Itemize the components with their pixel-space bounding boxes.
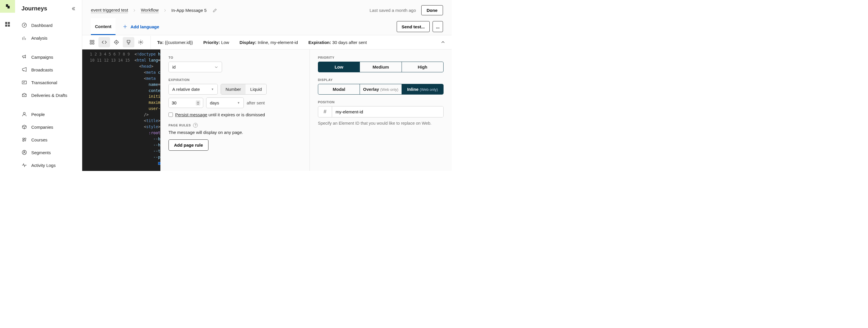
sidebar-item-analysis[interactable]: Analysis xyxy=(15,32,82,44)
expiration-type-number[interactable]: Number xyxy=(221,84,246,94)
svg-rect-12 xyxy=(93,43,94,44)
chevron-right-icon xyxy=(163,9,167,12)
sidebar-item-transactional[interactable]: Transactional xyxy=(15,76,82,89)
priority-option-medium[interactable]: Medium xyxy=(360,62,402,72)
sidebar-item-campaigns[interactable]: Campaigns xyxy=(15,51,82,63)
svg-point-15 xyxy=(140,42,142,43)
expiration-type-liquid[interactable]: Liquid xyxy=(246,84,267,94)
svg-rect-10 xyxy=(93,40,94,42)
settings-tool-button[interactable] xyxy=(135,37,147,47)
sidebar-item-broadcasts[interactable]: Broadcasts xyxy=(15,63,82,76)
sidebar-item-label: Campaigns xyxy=(31,55,53,60)
expiration-number-input[interactable]: ▲▼ xyxy=(168,98,203,108)
sidebar-item-label: People xyxy=(31,112,45,117)
svg-rect-9 xyxy=(90,40,92,42)
svg-rect-11 xyxy=(90,43,92,44)
summary-to-value: {{customer.id}} xyxy=(165,40,193,45)
summary-expiration-label: Expiration: xyxy=(308,40,331,45)
collapse-sidebar-icon[interactable] xyxy=(71,6,76,11)
priority-option-high[interactable]: High xyxy=(402,62,443,72)
sidebar-item-segments[interactable]: Segments xyxy=(15,146,82,159)
position-hint: Specify an Element ID that you would lik… xyxy=(318,121,443,126)
expiration-mode-select[interactable]: A relative date ▼ xyxy=(168,84,218,95)
summary-expiration-value: 30 days after sent xyxy=(332,40,367,45)
more-actions-button[interactable]: ... xyxy=(433,21,443,32)
to-select[interactable]: id xyxy=(168,62,222,72)
expiration-field-label: EXPIRATION xyxy=(168,78,301,81)
display-label: DISPLAY xyxy=(318,78,443,81)
svg-point-3 xyxy=(24,112,26,114)
help-icon[interactable]: ? xyxy=(193,123,198,128)
priority-segment: Low Medium High xyxy=(318,62,443,72)
sidebar-item-label: Deliveries & Drafts xyxy=(31,93,67,98)
sidebar-item-deliveries[interactable]: Deliveries & Drafts xyxy=(15,89,82,101)
position-input-group: # xyxy=(318,106,443,118)
plus-icon xyxy=(122,24,128,29)
svg-point-4 xyxy=(23,138,24,139)
send-test-button[interactable]: Send test... xyxy=(397,21,430,32)
sidebar-item-label: Dashboard xyxy=(31,23,53,28)
code-tool-button[interactable] xyxy=(98,37,110,47)
target-tool-button[interactable] xyxy=(111,37,122,47)
chevron-down-icon xyxy=(214,65,218,69)
expiration-type-segment: Number Liquid xyxy=(221,84,267,95)
priority-option-low[interactable]: Low xyxy=(318,62,360,72)
to-select-value: id xyxy=(172,65,176,69)
expiration-mode-value: A relative date xyxy=(172,87,200,92)
number-stepper[interactable]: ▲▼ xyxy=(196,101,200,105)
display-option-modal[interactable]: Modal xyxy=(318,84,360,94)
chevron-right-icon xyxy=(133,9,136,12)
add-language-button[interactable]: Add language xyxy=(116,24,159,29)
summary-display-value: Inline, my-element-id xyxy=(258,40,298,45)
brand-logo[interactable] xyxy=(0,0,15,13)
page-rules-text: The message will display on any page. xyxy=(168,130,301,135)
tab-content[interactable]: Content xyxy=(91,18,116,35)
sidebar-item-people[interactable]: People xyxy=(15,108,82,121)
style-tool-button[interactable] xyxy=(123,37,134,47)
last-saved-text: Last saved a month ago xyxy=(369,8,416,13)
breadcrumb-link[interactable]: event triggered test xyxy=(91,7,128,13)
display-segment: Modal Overlay (Web only) Inline (Web onl… xyxy=(318,84,443,95)
chevron-up-icon xyxy=(441,40,445,44)
done-button[interactable]: Done xyxy=(421,5,443,15)
editor-toolbar-row: To: {{customer.id}} Priority: Low Displa… xyxy=(82,35,452,50)
code-gutter: 1 2 3 4 5 6 7 8 9 10 11 12 13 14 15 xyxy=(82,50,133,171)
tab-row: Content Add language Send test... ... xyxy=(82,18,452,35)
expiration-unit-select[interactable]: days ▼ xyxy=(206,97,244,108)
sidebar-item-companies[interactable]: Companies xyxy=(15,121,82,133)
breadcrumb: event triggered test Workflow In-App Mes… xyxy=(91,7,217,13)
svg-point-13 xyxy=(115,40,118,44)
expiration-number-field[interactable] xyxy=(172,100,192,105)
sidebar-item-label: Segments xyxy=(31,150,51,155)
sidebar-item-activity-logs[interactable]: Activity Logs xyxy=(15,159,82,171)
persist-checkbox[interactable] xyxy=(168,112,173,117)
position-input[interactable] xyxy=(332,106,443,117)
add-language-label: Add language xyxy=(131,24,159,29)
priority-label: PRIORITY xyxy=(318,56,443,59)
svg-point-5 xyxy=(25,138,26,139)
sidebar-item-label: Analysis xyxy=(31,36,48,40)
app-switcher-icon[interactable] xyxy=(4,21,11,28)
config-summary-bar[interactable]: To: {{customer.id}} Priority: Low Displa… xyxy=(151,36,452,49)
display-option-inline[interactable]: Inline (Web only) xyxy=(402,84,443,94)
layout-tool-button[interactable] xyxy=(86,37,98,47)
code-body[interactable]: <!doctype html> <html lang="en"> <head> … xyxy=(133,50,160,171)
sidebar-item-dashboard[interactable]: Dashboard xyxy=(15,19,82,32)
main-panel: event triggered test Workflow In-App Mes… xyxy=(82,0,452,171)
summary-priority-label: Priority: xyxy=(203,40,220,45)
add-page-rule-button[interactable]: Add page rule xyxy=(168,139,209,151)
sidebar-item-label: Transactional xyxy=(31,80,57,85)
summary-to-label: To: xyxy=(157,40,163,45)
sidebar-item-courses[interactable]: Courses xyxy=(15,133,82,146)
breadcrumb-link[interactable]: Workflow xyxy=(141,7,158,13)
svg-point-14 xyxy=(116,42,117,42)
code-editor[interactable]: 1 2 3 4 5 6 7 8 9 10 11 12 13 14 15 <!do… xyxy=(82,50,160,171)
page-rules-label: PAGE RULES xyxy=(168,124,191,127)
display-option-overlay[interactable]: Overlay (Web only) xyxy=(360,84,402,94)
edit-icon[interactable] xyxy=(213,8,217,13)
position-label: POSITION xyxy=(318,100,443,104)
persist-label: Persist message xyxy=(175,112,207,117)
config-form: TO id EXPIRATION A relative date ▼ xyxy=(160,50,310,171)
persist-suffix: until it expires or is dismissed xyxy=(207,112,265,117)
summary-priority-value: Low xyxy=(221,40,229,45)
